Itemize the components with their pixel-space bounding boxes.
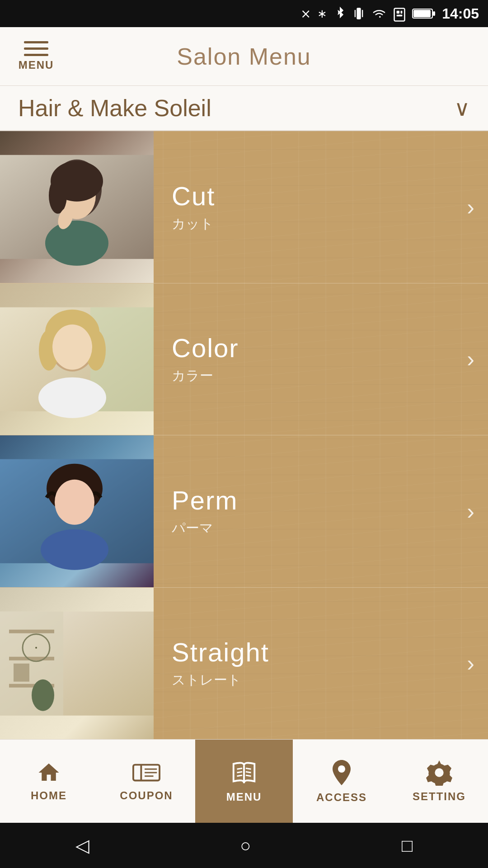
top-header: MENU Salon Menu [0, 27, 488, 86]
menu-row-color[interactable]: Color カラー › [0, 283, 488, 436]
svg-point-24 [38, 377, 106, 418]
straight-info: Straight ストレート › [154, 588, 488, 740]
svg-rect-31 [0, 611, 63, 715]
menu-row-cut[interactable]: Cut カット › [0, 131, 488, 283]
salon-selector[interactable]: Hair & Make Soleil ∨ [0, 86, 488, 131]
nav-coupon-button[interactable]: COUPON [98, 740, 195, 823]
chevron-right-icon-straight: › [467, 650, 474, 676]
nav-access-button[interactable]: ACCESS [293, 740, 390, 823]
svg-point-38 [32, 679, 54, 711]
status-bar: ⨯ ∗ 14:05 [0, 0, 488, 27]
bluetooth-icon [333, 5, 346, 22]
chevron-right-icon-color: › [467, 346, 474, 372]
svg-line-49 [246, 772, 251, 773]
straight-title-jp: ストレート [172, 671, 470, 689]
svg-point-29 [41, 529, 108, 570]
salon-name: Hair & Make Soleil [18, 94, 454, 122]
cut-image [0, 131, 154, 283]
nav-menu-button[interactable]: MENU [195, 740, 293, 823]
back-button[interactable]: ◁ [75, 835, 89, 856]
page-title: Salon Menu [59, 43, 429, 70]
svg-rect-6 [397, 15, 403, 17]
svg-line-46 [237, 772, 243, 773]
hamburger-icon [24, 41, 48, 56]
nav-setting-label: SETTING [413, 790, 466, 803]
perm-info: Perm パーマ › [154, 435, 488, 587]
svg-line-48 [246, 768, 251, 769]
color-title-en: Color [172, 333, 470, 363]
svg-line-45 [237, 768, 243, 769]
color-image [0, 283, 154, 435]
svg-rect-32 [9, 629, 54, 633]
svg-point-51 [338, 765, 345, 773]
nav-menu-label: MENU [226, 791, 262, 803]
bottom-navigation: HOME COUPON MENU [0, 739, 488, 823]
status-time: 14:05 [442, 5, 479, 22]
cut-title-en: Cut [172, 181, 470, 211]
perm-title-en: Perm [172, 485, 470, 515]
cut-info: Cut カット › [154, 131, 488, 283]
bluetooth-icon: ⨯ [300, 6, 311, 21]
book-icon [230, 759, 258, 786]
svg-rect-4 [397, 11, 399, 14]
svg-point-14 [49, 178, 67, 214]
svg-line-47 [237, 775, 243, 776]
gear-icon [426, 760, 452, 786]
wifi-icon [371, 5, 387, 22]
svg-line-50 [246, 775, 251, 776]
sim-icon [393, 5, 406, 22]
menu-button-label: MENU [19, 59, 54, 71]
nav-home-button[interactable]: HOME [0, 740, 98, 823]
chevron-right-icon: › [467, 194, 474, 220]
svg-rect-9 [433, 11, 435, 16]
svg-point-15 [45, 221, 108, 266]
svg-rect-1 [355, 10, 356, 17]
svg-rect-5 [401, 11, 403, 14]
chevron-down-icon: ∨ [454, 95, 470, 121]
straight-title-en: Straight [172, 637, 470, 667]
home-icon [37, 760, 61, 785]
battery-icon [412, 7, 436, 20]
svg-point-28 [55, 480, 94, 525]
perm-title-jp: パーマ [172, 519, 470, 538]
color-title-jp: カラー [172, 367, 470, 385]
bluetooth-icon: ∗ [317, 7, 327, 21]
svg-rect-37 [14, 663, 29, 681]
perm-image [0, 435, 154, 587]
color-info: Color カラー › [154, 283, 488, 435]
coupon-icon [132, 760, 160, 785]
svg-rect-2 [362, 10, 363, 17]
chevron-right-icon-perm: › [467, 498, 474, 524]
nav-coupon-label: COUPON [120, 789, 173, 802]
svg-rect-8 [413, 10, 431, 17]
location-pin-icon [332, 759, 352, 787]
recent-button[interactable]: □ [402, 835, 413, 856]
menu-row-straight[interactable]: Straight ストレート › [0, 588, 488, 740]
menu-list: Cut カット › [0, 131, 488, 739]
nav-setting-button[interactable]: SETTING [390, 740, 488, 823]
svg-point-36 [35, 646, 37, 648]
vibrate-icon [352, 5, 365, 22]
nav-access-label: ACCESS [316, 791, 367, 804]
svg-rect-0 [357, 8, 361, 19]
menu-row-perm[interactable]: Perm パーマ › [0, 435, 488, 588]
nav-home-label: HOME [31, 789, 67, 802]
android-nav-bar: ◁ ○ □ [0, 823, 488, 868]
straight-image [0, 588, 154, 740]
menu-hamburger-button[interactable]: MENU [14, 41, 59, 71]
home-button[interactable]: ○ [240, 835, 251, 856]
svg-point-23 [52, 324, 92, 369]
cut-title-jp: カット [172, 215, 470, 233]
